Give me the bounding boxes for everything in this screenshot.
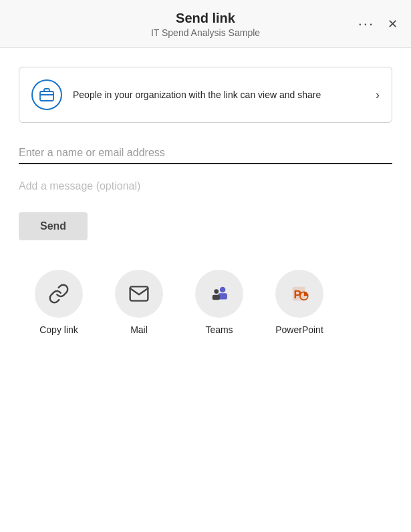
more-dots-icon: ··· [358,15,374,33]
dialog-title: Send link [13,11,398,26]
header-actions: ··· ✕ [356,13,400,35]
share-options-row: Copy link Mail [19,264,392,335]
copy-link-option[interactable]: Copy link [19,270,99,335]
copy-link-icon-circle [35,270,83,318]
svg-rect-5 [213,295,220,300]
message-placeholder: Add a message (optional) [19,180,140,192]
more-options-button[interactable]: ··· [356,13,377,35]
close-button[interactable]: ✕ [385,14,400,34]
permissions-card[interactable]: People in your organization with the lin… [19,67,392,123]
powerpoint-label: PowerPoint [275,324,323,335]
powerpoint-option[interactable]: P PowerPoint [259,270,339,335]
svg-rect-0 [40,91,53,101]
dialog-content: People in your organization with the lin… [0,48,411,351]
powerpoint-icon: P [288,282,311,305]
permissions-text: People in your organization with the lin… [73,88,365,101]
copy-link-label: Copy link [39,324,78,335]
recipient-input[interactable] [19,143,392,164]
copy-link-icon [48,283,70,304]
powerpoint-icon-circle: P [275,270,323,318]
message-section: Add a message (optional) [19,180,392,192]
mail-icon [128,283,150,304]
teams-label: Teams [205,324,233,335]
svg-point-2 [220,287,226,293]
teams-icon-circle [195,270,243,318]
recipient-input-section [19,143,392,164]
close-icon: ✕ [388,17,398,31]
send-link-dialog: Send link IT Spend Analysis Sample ··· ✕ [0,0,411,532]
mail-icon-circle [115,270,163,318]
briefcase-icon [31,79,62,110]
dialog-header: Send link IT Spend Analysis Sample ··· ✕ [0,0,411,48]
chevron-right-icon: › [376,88,380,102]
send-button[interactable]: Send [19,212,88,240]
mail-option[interactable]: Mail [99,270,179,335]
header-center: Send link IT Spend Analysis Sample [13,11,398,38]
teams-option[interactable]: Teams [179,270,259,335]
teams-icon [208,282,231,305]
mail-label: Mail [130,324,148,335]
dialog-subtitle: IT Spend Analysis Sample [13,27,398,38]
svg-point-4 [214,289,219,294]
